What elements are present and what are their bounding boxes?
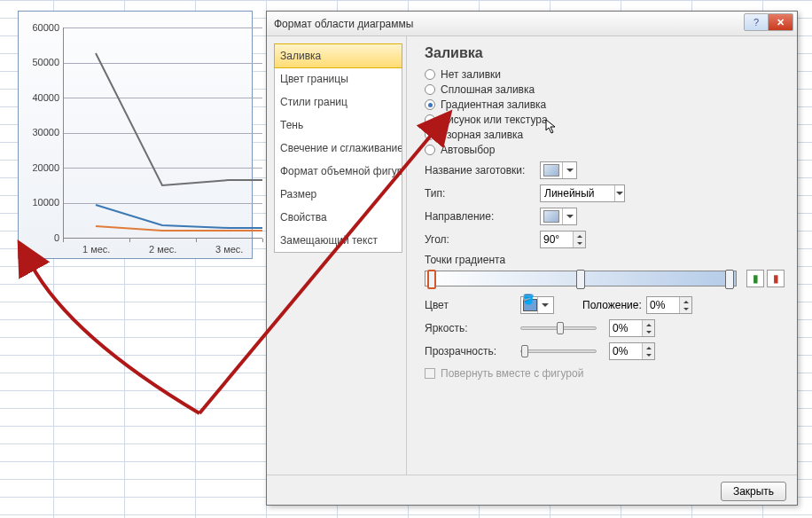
format-chart-area-dialog: Формат области диаграммы ? ✕ Заливка Цве… [266, 11, 798, 506]
preset-label: Название заготовки: [425, 164, 540, 177]
nav-border-color[interactable]: Цвет границы [275, 67, 402, 90]
radio-auto-fill[interactable]: Автовыбор [425, 144, 785, 156]
add-stop-icon: ▮ [753, 272, 759, 285]
bucket-icon: 🪣 [522, 294, 535, 304]
radio-picture-fill[interactable]: Рисунок или текстура [425, 114, 785, 126]
nav-alt-text[interactable]: Замещающий текст [275, 229, 402, 252]
transparency-spinner[interactable] [609, 342, 655, 360]
chart-area[interactable]: 60000 50000 40000 30000 20000 10000 0 1 … [18, 11, 253, 259]
xtick: 2 мес. [149, 244, 176, 255]
ytick: 60000 [26, 22, 59, 33]
ytick: 50000 [26, 57, 59, 67]
nav-shadow[interactable]: Тень [275, 114, 402, 137]
nav-glow[interactable]: Свечение и сглаживание [275, 137, 402, 160]
ytick: 40000 [26, 92, 59, 103]
ytick: 0 [26, 232, 59, 243]
angle-input[interactable] [541, 233, 573, 246]
gradient-stop[interactable] [576, 270, 585, 289]
direction-label: Направление: [425, 210, 540, 223]
remove-stop-icon: ▮ [773, 272, 779, 285]
radio-gradient-fill[interactable]: Градиентная заливка [425, 98, 785, 111]
type-combo[interactable]: Линейный [540, 184, 625, 202]
gradient-stop[interactable] [725, 270, 734, 289]
angle-spinner[interactable] [540, 231, 586, 248]
radio-no-fill[interactable]: Нет заливки [425, 68, 785, 81]
nav-3d-format[interactable]: Формат объемной фигуры [275, 160, 402, 183]
xtick: 3 мес. [215, 244, 243, 255]
fill-panel: Заливка Нет заливки Сплошная заливка Гра… [407, 36, 797, 475]
checkbox-icon [425, 368, 435, 379]
dialog-title: Формат области диаграммы [274, 18, 413, 30]
gradient-stops-slider[interactable] [425, 271, 737, 286]
preset-combo[interactable] [540, 161, 577, 179]
close-button[interactable]: Закрыть [721, 482, 786, 501]
brightness-spinner[interactable] [609, 319, 655, 337]
section-heading: Заливка [425, 45, 785, 61]
position-spinner[interactable] [646, 296, 692, 314]
brightness-slider[interactable] [520, 326, 597, 330]
xtick: 1 мес. [82, 244, 110, 255]
color-picker[interactable]: 🪣 [520, 296, 554, 314]
nav-properties[interactable]: Свойства [275, 206, 402, 229]
titlebar[interactable]: Формат области диаграммы ? ✕ [267, 12, 797, 36]
radio-pattern-fill[interactable]: Узорная заливка [425, 129, 785, 141]
transparency-slider[interactable] [520, 349, 597, 353]
type-label: Тип: [425, 187, 540, 200]
ytick: 20000 [26, 162, 59, 173]
ytick: 10000 [26, 197, 59, 208]
color-label: Цвет [425, 299, 520, 311]
transparency-input[interactable] [610, 345, 642, 357]
rotate-with-shape-check: Повернуть вместе с фигурой [425, 367, 785, 380]
chart-lines [63, 27, 262, 239]
nav-border-styles[interactable]: Стили границ [275, 90, 402, 114]
stops-label: Точки градиента [425, 254, 785, 266]
position-label: Положение: [582, 299, 646, 311]
ytick: 30000 [26, 127, 59, 137]
transparency-label: Прозрачность: [425, 345, 520, 357]
add-stop-button[interactable]: ▮ [746, 270, 764, 287]
close-icon[interactable]: ✕ [769, 13, 793, 31]
help-button[interactable]: ? [744, 13, 769, 31]
category-nav: Заливка Цвет границы Стили границ Тень С… [267, 36, 407, 475]
brightness-input[interactable] [610, 322, 642, 334]
gradient-stop[interactable] [427, 270, 436, 289]
angle-label: Угол: [425, 233, 540, 246]
nav-fill[interactable]: Заливка [274, 43, 402, 68]
remove-stop-button[interactable]: ▮ [767, 270, 785, 287]
brightness-label: Яркость: [425, 322, 520, 334]
direction-combo[interactable] [540, 208, 577, 225]
nav-size[interactable]: Размер [275, 183, 402, 206]
position-input[interactable] [647, 299, 679, 311]
radio-solid-fill[interactable]: Сплошная заливка [425, 83, 785, 96]
